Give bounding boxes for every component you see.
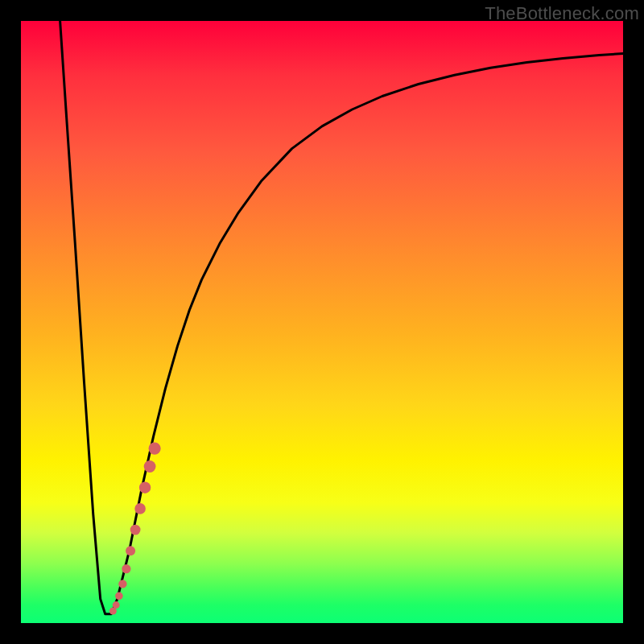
- marker-dot: [139, 482, 151, 493]
- watermark-text: TheBottleneck.com: [485, 3, 639, 24]
- marker-dot: [144, 460, 156, 473]
- marker-group: [109, 443, 161, 615]
- marker-dot: [149, 443, 161, 455]
- plot-area: [21, 21, 623, 623]
- chart-frame: TheBottleneck.com: [0, 0, 644, 644]
- chart-svg: [21, 21, 623, 623]
- marker-dot: [113, 601, 120, 609]
- marker-dot: [134, 503, 146, 514]
- marker-dot: [118, 580, 126, 588]
- marker-dot: [130, 525, 141, 535]
- marker-dot: [122, 564, 130, 573]
- marker-dot: [115, 592, 123, 601]
- marker-dot: [126, 546, 135, 555]
- curve-line: [60, 21, 623, 614]
